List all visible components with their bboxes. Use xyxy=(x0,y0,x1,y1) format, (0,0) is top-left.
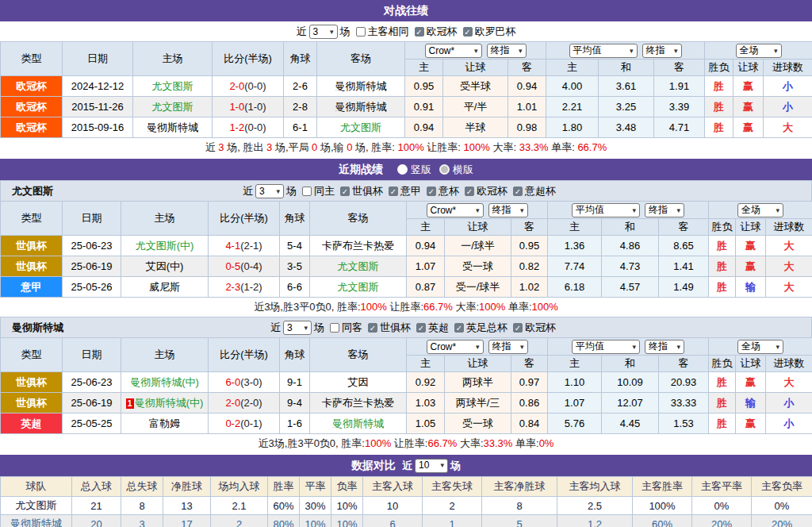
team2-avg-time-select[interactable]: 终指▾ xyxy=(645,340,684,354)
h2h-avg-group: 平均值▾终指▾ xyxy=(546,42,705,60)
column-subheader: 让球 xyxy=(736,219,766,236)
column-subheader: 让球 xyxy=(736,356,766,372)
cell-average: 1.36 xyxy=(548,236,602,256)
chevron-down-icon: ▾ xyxy=(520,206,524,214)
layout-radio-2[interactable] xyxy=(439,164,450,175)
layout-radio-1[interactable] xyxy=(397,164,408,175)
filter-checkbox[interactable]: ✓ xyxy=(389,187,398,196)
filter-checkbox[interactable]: ✓ xyxy=(415,27,424,37)
h2h-scope-select[interactable]: 全场▾ xyxy=(736,44,782,58)
team2-odds-time-select[interactable]: 终指▾ xyxy=(488,340,528,354)
h2h-odds-company-select[interactable]: Crow*▾ xyxy=(425,44,482,58)
team2-odds-company-select[interactable]: Crow*▾ xyxy=(427,340,484,354)
filter-checkbox[interactable]: ✓ xyxy=(465,187,474,196)
league-badge: 英超 xyxy=(1,414,63,434)
cell-result: 赢 xyxy=(736,236,766,256)
layout-radio-label: 横版 xyxy=(453,163,473,175)
cell-odds: 1.01 xyxy=(508,97,546,117)
cell-home-team: 威尼斯 xyxy=(121,277,209,298)
filter-checkbox[interactable]: ✓ xyxy=(416,323,426,333)
cell-home-team: 曼彻斯特城 xyxy=(133,117,213,138)
team2-scope-select[interactable]: 全场▾ xyxy=(737,340,783,354)
filter-checkbox[interactable]: ✓ xyxy=(368,323,377,333)
cell-odds: 1.02 xyxy=(511,277,548,298)
column-header: 类型 xyxy=(1,338,63,372)
cell-result: 胜 xyxy=(709,256,736,277)
column-header: 角球 xyxy=(280,202,310,236)
cell-result: 赢 xyxy=(733,97,764,117)
cell-away-team: 尤文图斯 xyxy=(317,117,405,138)
column-subheader: 主 xyxy=(546,60,599,76)
h2h-avg-type-select[interactable]: 平均值▾ xyxy=(569,44,638,58)
team1-scope-select[interactable]: 全场▾ xyxy=(737,203,783,217)
cell-odds: 0.92 xyxy=(407,372,445,393)
cell-average: 1.07 xyxy=(548,393,602,414)
filter-checkbox[interactable]: ✓ xyxy=(340,187,350,196)
team1-avg-group: 平均值▾终指▾ xyxy=(548,202,709,219)
team1-near-select[interactable]: 3▾ xyxy=(255,184,284,198)
cell-away-team: 曼彻斯特城 xyxy=(317,97,405,117)
chevron-down-icon: ▾ xyxy=(632,343,636,351)
chevron-down-icon: ▾ xyxy=(276,187,280,195)
column-header: 客场 xyxy=(310,202,407,236)
team1-result-group: 全场▾ xyxy=(709,202,812,219)
cell-date: 25-06-19 xyxy=(63,256,121,277)
cell-away-team: 卡萨布兰卡热爱 xyxy=(310,393,407,414)
column-subheader: 主 xyxy=(407,219,445,236)
cell-result: 赢 xyxy=(736,256,766,277)
cell-date: 2015-11-26 xyxy=(63,97,133,117)
cell-result: 输 xyxy=(736,393,766,414)
compare-value-cell: 10% xyxy=(331,515,363,527)
cell-average: 4.45 xyxy=(602,414,659,434)
cell-result: 大 xyxy=(766,372,812,393)
cell-average: 7.74 xyxy=(548,256,602,277)
filter-checkbox[interactable]: ✓ xyxy=(513,323,523,333)
filter-checkbox[interactable] xyxy=(330,323,339,333)
h2h-near-select[interactable]: 3▾ xyxy=(309,25,338,39)
cell-odds: 0.95 xyxy=(511,236,548,256)
cell-average: 6.18 xyxy=(548,277,602,298)
cell-odds: 1.05 xyxy=(407,414,445,434)
filter-checkbox[interactable]: ✓ xyxy=(427,187,436,196)
team1-odds-time-select[interactable]: 终指▾ xyxy=(488,203,528,217)
compare-near-select[interactable]: 10▾ xyxy=(415,459,448,473)
table-row: 英超25-05-25富勒姆0-2(0-1)1-6曼彻斯特城1.05受一球0.84… xyxy=(1,414,812,434)
compare-value-cell: 0% xyxy=(752,497,812,515)
filter-checkbox[interactable] xyxy=(356,27,366,37)
h2h-title: 对战往绩 xyxy=(384,0,428,21)
team2-odds-group: Crow*▾终指▾ xyxy=(407,338,548,356)
cell-corners: 3-5 xyxy=(280,256,310,277)
compare-column-header: 场均入球 xyxy=(211,477,268,497)
team1-table: 类型日期主场比分(半场)角球客场Crow*▾终指▾平均值▾终指▾全场▾主让球客主… xyxy=(0,201,812,298)
team2-avg-type-select[interactable]: 平均值▾ xyxy=(572,340,640,354)
cell-result: 赢 xyxy=(733,117,764,138)
h2h-odds-time-select[interactable]: 终指▾ xyxy=(487,44,527,58)
cell-score: 0-5(0-4) xyxy=(209,256,280,277)
filter-checkbox[interactable]: ✓ xyxy=(513,187,523,196)
chevron-down-icon: ▾ xyxy=(476,206,480,214)
compare-value-cell: 100% xyxy=(633,497,692,515)
team1-odds-company-select[interactable]: Crow*▾ xyxy=(427,203,484,217)
team1-avg-time-select[interactable]: 终指▾ xyxy=(645,203,684,217)
table-row: 欧冠杯2015-09-16曼彻斯特城1-2(0-0)6-1尤文图斯0.94半球0… xyxy=(1,117,812,138)
cell-odds: 受一球 xyxy=(445,256,511,277)
h2h-avg-time-select[interactable]: 终指▾ xyxy=(642,44,682,58)
column-header: 类型 xyxy=(1,202,63,236)
table-row: 欧冠杯2015-11-26尤文图斯1-0(1-0)2-8曼彻斯特城0.91平/半… xyxy=(1,97,812,117)
team2-near-select[interactable]: 3▾ xyxy=(283,321,312,335)
column-header: 比分(半场) xyxy=(209,202,280,236)
compare-titlebar: 数据对比 近10▾场 xyxy=(0,455,812,476)
filter-checkbox-label: 意杯 xyxy=(439,184,459,198)
table-row: 意甲25-05-26威尼斯2-3(1-2)6-6尤文图斯0.87受一/球半1.0… xyxy=(1,277,812,298)
team1-avg-type-select[interactable]: 平均值▾ xyxy=(572,203,640,217)
filter-checkbox[interactable]: ✓ xyxy=(454,323,464,333)
h2h-table: 类型日期主场比分(半场)角球客场Crow*▾终指▾平均值▾终指▾全场▾主让球客主… xyxy=(0,41,812,138)
filter-checkbox[interactable]: ✓ xyxy=(463,27,473,37)
cell-result: 胜 xyxy=(709,236,736,256)
filter-checkbox[interactable] xyxy=(302,187,312,196)
cell-result: 胜 xyxy=(709,277,736,298)
filter-checkbox-label: 主客相同 xyxy=(368,25,409,39)
cell-odds: 平/半 xyxy=(443,97,508,117)
column-subheader: 和 xyxy=(602,356,659,372)
chevron-down-icon: ▾ xyxy=(440,455,444,476)
